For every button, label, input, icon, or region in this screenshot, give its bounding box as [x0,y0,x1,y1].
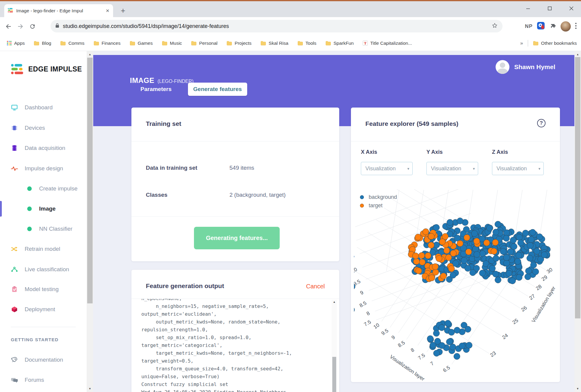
sidebar-item-dashboard[interactable]: Dashboard [0,101,87,114]
back-icon[interactable] [2,20,14,32]
sidebar-item-impulse-design[interactable]: Impulse design [0,162,87,175]
menu-kebab-icon[interactable] [575,22,577,31]
browser-avatar[interactable] [561,21,571,32]
extensions-puzzle-icon[interactable] [549,22,556,31]
folder-icon [260,41,266,46]
bookmarks-bar: Apps BlogCommsFinancesGamesMusicPersonal… [0,35,581,51]
generating-features-button[interactable]: Generating features... [194,227,280,249]
svg-text:30: 30 [546,267,553,275]
cancel-link[interactable]: Cancel [306,283,325,290]
data-acquisition-icon [11,144,18,152]
browser-tab[interactable]: Image - lego-finder - Edge Impul ✕ [4,4,113,17]
minimize-button[interactable] [521,6,535,12]
edge-impulse-logo[interactable]: EDGE IMPULSE [11,64,82,74]
bookmark-item[interactable]: Games [130,41,153,46]
bookmark-item[interactable]: Skal Risa [260,41,288,46]
sidebar-item-image[interactable]: Image [0,202,87,215]
console-output[interactable]: n_epochs=None, n_neighbors=15, negative_… [131,299,339,392]
sidebar-divider [11,327,76,327]
bookmark-item[interactable]: SparkFun [325,41,354,46]
axis-select-z[interactable]: Visualization▾ [492,162,544,175]
sidebar-item-model-testing[interactable]: Model testing [0,283,87,296]
console-line: target_metric='categorical', [141,342,327,349]
live-classification-icon [11,266,18,273]
svg-text:8.5: 8.5 [358,300,367,308]
svg-text:27: 27 [528,293,536,301]
console-scrollbar[interactable]: ▲ [332,300,337,392]
bookmark-star-icon[interactable] [492,23,498,30]
feature-scatter-3d[interactable]: 10.5109.598.587.5109.598.587.576.5302928… [354,189,560,382]
sidebar-item-documentation[interactable]: Documentation [0,353,87,366]
svg-text:24: 24 [501,333,509,340]
lock-icon [55,23,59,29]
bookmark-item[interactable]: Personal [191,41,217,46]
scroll-down-icon: ▼ [87,386,93,391]
folder-icon [94,41,99,46]
documentation-icon [11,356,18,363]
sidebar-item-nn-classifier[interactable]: NN Classifier [0,222,87,236]
bookmarks-overflow-icon[interactable]: » [520,40,523,46]
bookmark-item[interactable]: Tools [297,41,316,46]
bookmark-apps[interactable]: Apps [7,41,25,46]
bookmark-item[interactable]: Music [162,41,182,46]
svg-text:23: 23 [489,350,497,358]
bookmark-title-capitalization[interactable]: T Title Capitalization... [363,41,412,46]
sidebar-item-deployment[interactable]: Deployment [0,303,87,316]
page-scrollbar[interactable]: ▲ ▼ [574,51,581,392]
console-line: n_epochs=None, [141,299,327,302]
deployment-icon [11,306,18,313]
app-sidebar: EDGE IMPULSE DashboardDevicesData acquis… [0,51,87,392]
url-bar[interactable]: studio.edgeimpulse.com/studio/5941/dsp/i… [51,20,503,32]
folder-icon [60,41,66,46]
bookmark-item[interactable]: Comms [60,41,84,46]
sidebar-item-devices[interactable]: Devices [0,121,87,135]
tab-generate-features[interactable]: Generate features [188,83,247,96]
reload-icon[interactable] [26,20,38,32]
title-capitalization-icon: T [363,41,368,46]
green-dot-icon [27,226,32,231]
sidebar-item-retrain-model[interactable]: Retrain model [0,242,87,256]
sidebar-item-data-acquisition[interactable]: Data acquisition [0,141,87,155]
bookmark-item[interactable]: Finances [94,41,121,46]
forward-icon[interactable] [14,20,26,32]
other-bookmarks[interactable]: Other bookmarks [533,41,577,46]
sidebar-scrollbar[interactable]: ▲ ▼ [87,51,93,392]
green-dot-icon [27,206,32,211]
impulse-design-icon [11,165,18,172]
axis-select-x[interactable]: Visualization▾ [361,162,413,175]
password-extension-icon[interactable] [537,22,545,31]
maximize-button[interactable] [543,6,556,12]
sidebar-item-create-impulse[interactable]: Create impulse [0,182,87,195]
url-text[interactable]: studio.edgeimpulse.com/studio/5941/dsp/i… [63,23,488,29]
svg-text:7: 7 [429,360,435,367]
bookmarks-separator [528,40,528,47]
training-set-card: Training set Data in training set549 ite… [131,108,339,261]
console-line: target_metric_kwds=None, target_n_neighb… [141,349,327,357]
sidebar-item-forums[interactable]: Forums [0,373,87,387]
console-line: output_metric='euclidean', [141,310,327,318]
new-tab-button[interactable]: + [118,5,128,16]
edge-impulse-favicon [8,8,13,14]
tab-parameters[interactable]: Parameters [135,83,177,96]
profile-monogram[interactable]: NP [525,23,533,29]
svg-text:8: 8 [410,347,416,353]
svg-text:25: 25 [511,318,519,325]
chevron-down-icon: ▾ [538,166,540,171]
green-dot-icon [27,186,32,191]
bookmark-item[interactable]: Projects [226,41,251,46]
console-line: target_weight=0.5, [141,357,327,365]
sidebar-item-live-classification[interactable]: Live classification [0,263,87,276]
user-chip[interactable]: Shawn Hymel [496,60,555,74]
training-set-title: Training set [146,120,181,127]
close-window-button[interactable] [565,6,578,12]
training-set-row: Classes2 (background, target) [146,192,326,198]
feature-explorer-title: Feature explorer (549 samples) [365,120,458,127]
edge-impulse-logo-icon [11,64,24,74]
axis-select-y[interactable]: Visualization▾ [426,162,478,175]
user-avatar [496,60,509,74]
help-icon[interactable]: ? [537,119,546,127]
tab-close-icon[interactable]: ✕ [106,8,109,14]
tab-title: Image - lego-finder - Edge Impul [16,8,103,14]
folder-icon [191,41,197,46]
bookmark-item[interactable]: Blog [34,41,51,46]
